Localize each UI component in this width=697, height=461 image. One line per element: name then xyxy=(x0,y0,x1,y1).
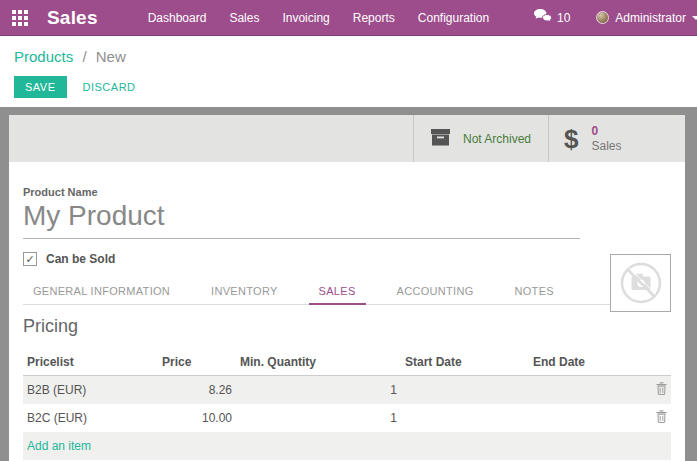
stat-button-box: Not Archived $ 0 Sales xyxy=(9,115,685,162)
control-panel: Products / New SAVE DISCARD xyxy=(0,37,697,107)
tab-notes[interactable]: NOTES xyxy=(505,281,564,304)
app-title[interactable]: Sales xyxy=(47,7,98,29)
sales-stat-button[interactable]: $ 0 Sales xyxy=(548,115,685,162)
col-header-min-quantity[interactable]: Min. Quantity xyxy=(236,350,401,376)
breadcrumb-current: New xyxy=(96,48,126,65)
save-button[interactable]: SAVE xyxy=(14,76,67,98)
table-row[interactable]: B2B (EUR) 8.26 1 xyxy=(23,376,671,405)
sheet-content: Product Name My Product ✓ Can be Sold GE… xyxy=(9,186,685,461)
cell-price[interactable]: 10.00 xyxy=(158,404,236,432)
add-item-link[interactable]: Add an item xyxy=(23,432,671,460)
tab-general-information[interactable]: GENERAL INFORMATION xyxy=(23,281,180,304)
add-item-row[interactable]: Add an item xyxy=(23,432,671,460)
archive-box-icon xyxy=(429,126,452,152)
cell-end-date[interactable] xyxy=(529,376,644,405)
sales-stat-value: 0 xyxy=(591,124,621,139)
messages-button[interactable]: 10 xyxy=(534,9,570,26)
breadcrumb: Products / New xyxy=(14,48,683,65)
cell-end-date[interactable] xyxy=(529,404,644,432)
messages-count: 10 xyxy=(557,11,570,25)
top-menu: Dashboard Sales Invoicing Reports Config… xyxy=(148,11,490,25)
cell-start-date[interactable] xyxy=(401,404,529,432)
no-camera-icon xyxy=(618,260,664,306)
form-action-buttons: SAVE DISCARD xyxy=(14,76,683,98)
archive-toggle-button[interactable]: Not Archived xyxy=(413,115,548,162)
cell-min-quantity[interactable]: 1 xyxy=(236,376,401,405)
archive-status-label: Not Archived xyxy=(463,132,531,146)
cell-min-quantity[interactable]: 1 xyxy=(236,404,401,432)
table-row[interactable]: B2C (EUR) 10.00 1 xyxy=(23,404,671,432)
product-name-input[interactable]: My Product xyxy=(23,200,580,239)
chevron-down-icon xyxy=(692,16,697,20)
pricelist-table: Pricelist Price Min. Quantity Start Date… xyxy=(23,350,671,460)
col-header-end-date[interactable]: End Date xyxy=(529,350,644,376)
dollar-icon: $ xyxy=(564,126,578,152)
menu-item-configuration[interactable]: Configuration xyxy=(418,11,489,25)
delete-row-icon[interactable] xyxy=(656,382,667,398)
menu-item-invoicing[interactable]: Invoicing xyxy=(282,11,329,25)
tab-accounting[interactable]: ACCOUNTING xyxy=(387,281,484,304)
discard-button[interactable]: DISCARD xyxy=(73,76,146,98)
can-be-sold-label: Can be Sold xyxy=(46,252,115,266)
product-image-placeholder[interactable] xyxy=(610,254,671,312)
menu-item-sales[interactable]: Sales xyxy=(229,11,259,25)
form-background: Not Archived $ 0 Sales xyxy=(0,107,697,461)
pricing-section-title: Pricing xyxy=(23,316,671,337)
product-name-label: Product Name xyxy=(23,186,671,198)
user-avatar xyxy=(596,11,609,24)
col-header-pricelist[interactable]: Pricelist xyxy=(23,350,158,376)
user-name: Administrator xyxy=(615,11,686,25)
tab-inventory[interactable]: INVENTORY xyxy=(201,281,287,304)
menu-item-dashboard[interactable]: Dashboard xyxy=(148,11,207,25)
cell-pricelist[interactable]: B2C (EUR) xyxy=(23,404,158,432)
breadcrumb-products-link[interactable]: Products xyxy=(14,48,73,65)
cell-pricelist[interactable]: B2B (EUR) xyxy=(23,376,158,405)
cell-price[interactable]: 8.26 xyxy=(158,376,236,405)
can-be-sold-row: ✓ Can be Sold xyxy=(23,252,671,266)
sales-stat-label: Sales xyxy=(591,139,621,154)
notebook-tabs: GENERAL INFORMATION INVENTORY SALES ACCO… xyxy=(23,281,671,305)
can-be-sold-checkbox[interactable]: ✓ xyxy=(23,252,37,266)
user-menu[interactable]: Administrator xyxy=(596,11,697,25)
tab-sales[interactable]: SALES xyxy=(309,281,366,305)
cell-start-date[interactable] xyxy=(401,376,529,405)
col-header-price[interactable]: Price xyxy=(158,350,236,376)
delete-row-icon[interactable] xyxy=(656,410,667,426)
menu-item-reports[interactable]: Reports xyxy=(353,11,395,25)
table-header-row: Pricelist Price Min. Quantity Start Date… xyxy=(23,350,671,376)
col-header-start-date[interactable]: Start Date xyxy=(401,350,529,376)
form-sheet: Not Archived $ 0 Sales xyxy=(9,115,685,461)
chat-bubbles-icon xyxy=(534,9,552,26)
breadcrumb-separator: / xyxy=(82,48,86,65)
top-navbar: Sales Dashboard Sales Invoicing Reports … xyxy=(0,0,697,36)
apps-grid-icon[interactable] xyxy=(12,10,28,26)
app-window: Sales Dashboard Sales Invoicing Reports … xyxy=(0,0,697,461)
